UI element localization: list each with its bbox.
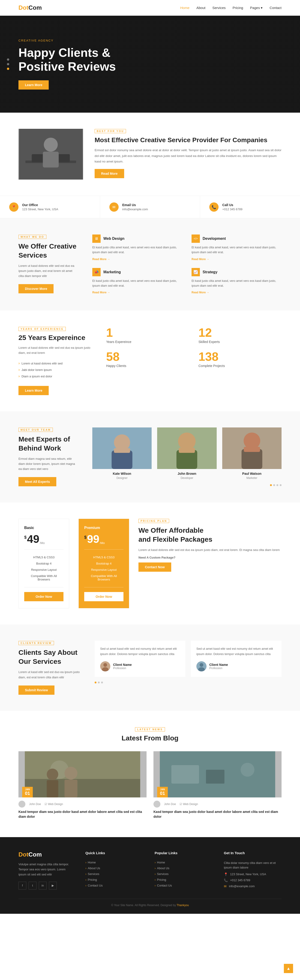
service-text-3: Et kasd justo clita amet kasd, vero amet… [92,278,182,288]
svg-point-10 [178,433,196,450]
footer-email-text: info@example.com [229,885,254,888]
services-inner: WHAT WE DO We Offer CreativeServices Lor… [19,234,281,294]
team-dot-4[interactable] [280,484,281,486]
nav-contact[interactable]: Contact [270,6,281,10]
pricing-period-premium: /Mo [100,541,105,545]
strategy-icon: 📈 [192,268,200,276]
order-premium-button[interactable]: Order Now [84,592,124,601]
service-card-header-2: </> Development [192,234,281,243]
hero-dot-3[interactable] [7,68,9,70]
testi-dot-2[interactable] [98,682,100,683]
about-cta-button[interactable]: Read More [95,169,124,178]
service-readmore-1[interactable]: Read More → [92,258,110,261]
info-office: 📍 Our Office 123 Street, New York, USA [0,196,100,218]
footer-email-icon: ✉ [224,885,227,888]
footer-logo-part2: Com [29,851,42,858]
footer-quick-pricing[interactable]: Pricing [86,878,143,881]
pricing-price-row-basic: $ 49 /Mo [24,534,63,545]
team-photo-paul [222,428,281,469]
footer-quick-about[interactable]: About Us [86,867,143,870]
nav-pages[interactable]: Pages ▾ [250,6,263,10]
footer-popular-contact[interactable]: Contact Us [155,884,212,887]
footer-popular-about[interactable]: About Us [155,867,212,870]
svg-rect-32 [206,770,225,784]
team-cta-button[interactable]: Meet All Experts [19,477,56,486]
blog-image-1: JAN 01 [19,751,146,797]
brand-logo[interactable]: DotCom [19,4,42,11]
svg-rect-4 [43,152,59,167]
stat-projects: 138 Complete Projects [198,351,281,368]
about-image-svg [19,129,83,180]
pricing-divider-premium-2 [84,587,124,587]
testi-dot-1[interactable] [95,682,97,683]
social-twitter[interactable]: t [29,882,37,889]
footer-popular-home[interactable]: Home [155,861,212,864]
social-youtube[interactable]: ▶ [49,882,57,889]
nav-services[interactable]: Services [212,6,226,10]
testi-dot-3[interactable] [101,682,103,683]
hero-dot-1[interactable] [7,58,9,61]
pricing-feature-basic-1: HTML5 & CSS3 [24,554,63,560]
exp-list-item-1: Lorem ut kasd dolores elitr sed [19,360,92,366]
experience-stats: 1 Years Expereince 12 Skilled Experts 58… [106,326,281,368]
service-readmore-3[interactable]: Read More → [92,291,110,294]
submit-review-button[interactable]: Submit Review [19,686,54,695]
footer-brand-desc: Volutpe amet magna clita cilla tempor. T… [19,862,74,877]
footer-copyright: © Your Site Name. All Rights Reserved. D… [111,904,189,907]
testimonial-text-1: Sed ut amet kasd elitr sed est nonumy do… [100,646,180,656]
nav-pricing[interactable]: Pricing [233,6,243,10]
pricing-price-basic: 49 [27,534,39,545]
services-cta-button[interactable]: Discover More [19,284,54,293]
team-dot-3[interactable] [276,484,278,486]
team-cards: Kate Wilson Designer John Brown Develope… [92,428,281,480]
info-email: ✉ Email Us info@example.com [100,196,200,218]
nav-home[interactable]: Home [180,6,189,10]
blog-author-1: John Doe [29,802,41,806]
footer-address-text: 123 Street, New York, USA [230,872,266,876]
footer-quick-services[interactable]: Services [86,872,143,876]
testimonial-profession-2: Profession [209,667,228,670]
service-readmore-4[interactable]: Read More → [192,291,209,294]
blog-day-2: 01 [160,791,165,796]
social-linkedin[interactable]: in [39,882,47,889]
footer-top: DotCom Volutpe amet magna clita cilla te… [19,851,281,889]
stat-clients-label: Happy Clients [106,364,189,368]
footer-popular-services[interactable]: Services [155,872,212,876]
testimonial-client-info-2: Client Name Profession [209,663,228,670]
stat-projects-label: Complete Projects [198,364,281,368]
footer-popular-links-title: Popular Links [155,851,212,855]
info-phone-text: Call Us +012 345 6789 [222,203,242,211]
footer-address-icon: 📍 [224,872,228,876]
team-dot-1[interactable] [270,484,272,486]
testimonials-section: CLIENTS REVIEW Clients Say AboutOur Serv… [0,625,300,711]
blog-title: Latest From Blog [19,734,281,742]
info-phone-value: +012 345 6789 [222,207,242,211]
team-dot-2[interactable] [273,484,275,486]
services-left: WHAT WE DO We Offer CreativeServices Lor… [19,234,78,294]
pricing-custom-text: Need A Custom Package? [138,555,281,560]
pricing-contact-button[interactable]: Contact Now [138,563,171,572]
footer-quick-home[interactable]: Home [86,861,143,864]
testimonials-carousel-dots [95,682,281,683]
team-cards-wrapper: Kate Wilson Designer John Brown Develope… [92,428,281,486]
footer-popular-pricing[interactable]: Pricing [155,878,212,881]
about-title: Most Effective Creative Service Provider… [95,136,281,144]
nav-about[interactable]: About [196,6,205,10]
blog-card-1: JAN 01 John Doe ☑ Web Design Kasd tempor… [19,751,146,821]
hero-cta-button[interactable]: Learn More [19,80,49,89]
blog-author-2: John Doe [164,802,176,806]
blog-post-title-2: Kasd tempor diam sea justo dolor kasd am… [154,810,281,819]
order-basic-button[interactable]: Order Now [24,592,63,601]
pricing-period-basic: /Mo [40,541,45,545]
social-facebook[interactable]: f [19,882,26,889]
hero-title: Happy Clients &Positive Reviews [19,46,116,74]
hero-dot-2[interactable] [7,63,9,65]
service-title-2: Development [203,237,226,241]
footer-quick-contact[interactable]: Contact Us [86,884,143,887]
stat-experts-num: 12 [198,326,281,339]
service-readmore-2[interactable]: Read More → [192,258,209,261]
pricing-dollar-basic: $ [24,535,27,540]
experience-cta-button[interactable]: Learn More [19,386,49,395]
team-text: Ermod diam magna sed sea rebum, elitr di… [19,456,78,471]
footer-designer-link[interactable]: Thankyou [176,904,189,907]
